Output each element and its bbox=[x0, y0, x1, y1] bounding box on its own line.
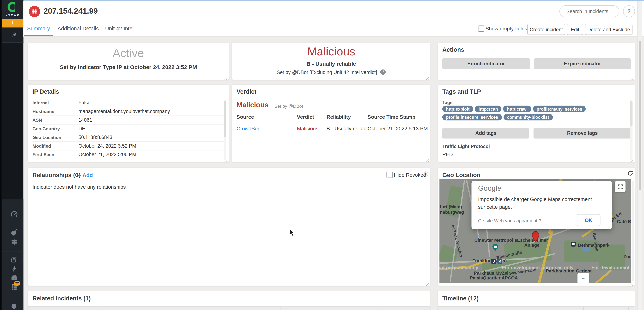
sidebar: XSOAR ! bbox=[2, 0, 23, 310]
bomb-icon[interactable] bbox=[11, 229, 18, 238]
google-map[interactable]: furt (Main) neburgweg Im Trutz Frankfurt… bbox=[440, 179, 631, 283]
tlp-value: RED bbox=[442, 152, 453, 157]
pin-icon bbox=[11, 32, 17, 40]
ubahn-badge: U bbox=[491, 259, 496, 264]
sidebar-alert-tab[interactable]: ! bbox=[2, 19, 23, 28]
map-label: Zoo bbox=[624, 254, 631, 259]
timeline-card: Timeline (12) bbox=[438, 291, 635, 310]
tab-unit42-intel[interactable]: Unit 42 Intel bbox=[105, 26, 134, 32]
sidebar-logo-block[interactable]: XSOAR bbox=[2, 0, 23, 19]
location-pin-icon bbox=[532, 231, 539, 244]
question-mark-icon: ? bbox=[628, 8, 631, 14]
verdict-help-icon[interactable]: ? bbox=[380, 70, 386, 75]
edit-button[interactable]: Edit bbox=[567, 24, 583, 35]
remove-tags-button[interactable]: Remove tags bbox=[534, 128, 631, 138]
related-incidents-card: Related Incidents (1) bbox=[28, 291, 430, 310]
tag-pill: profile:insecure_services bbox=[442, 114, 502, 120]
show-empty-fields-label: Show empty fields bbox=[486, 26, 527, 32]
page-title: 207.154.241.99 bbox=[44, 7, 98, 16]
verdict-panel-value: Malicious bbox=[236, 101, 268, 109]
tags-tlp-card: Tags and TLP Tags http:exploit http:scan… bbox=[438, 85, 635, 162]
tab-additional-details[interactable]: Additional Details bbox=[58, 26, 99, 32]
map-fullscreen-button[interactable] bbox=[615, 181, 626, 192]
signpost-icon[interactable] bbox=[11, 239, 18, 247]
indicator-type-icon bbox=[29, 6, 40, 17]
tag-pill: profile:many_services bbox=[533, 106, 586, 112]
verdict-summary-card: Malicious B - Usually reliable Set by @D… bbox=[232, 43, 430, 80]
resize-handle[interactable] bbox=[630, 281, 634, 284]
relationships-settings-gear-icon[interactable] bbox=[423, 171, 429, 179]
globe-icon bbox=[31, 8, 38, 15]
alert-exclamation-icon: ! bbox=[12, 20, 14, 27]
tag-pill: community-blocklist bbox=[504, 114, 553, 120]
table-header-underline bbox=[236, 122, 426, 122]
dialog-ok-button[interactable]: OK bbox=[577, 214, 600, 226]
hide-revoked-checkbox[interactable] bbox=[386, 172, 392, 178]
resize-handle[interactable] bbox=[224, 157, 228, 161]
xsoar-logo-text: XSOAR bbox=[2, 14, 23, 17]
metro-badge: M bbox=[498, 259, 502, 264]
enrich-indicator-button[interactable]: Enrich indicator bbox=[442, 58, 530, 69]
expire-indicator-button[interactable]: Expire indicator bbox=[534, 58, 631, 69]
verdict-panel-card: Verdict Malicious Set by @DBot Source Ve… bbox=[232, 85, 430, 162]
google-maps-error-dialog: Google Impossible de charger Google Maps… bbox=[472, 181, 612, 229]
train-station-badge bbox=[571, 242, 576, 247]
resize-handle[interactable] bbox=[630, 75, 634, 78]
tabs-row: Summary Additional Details Unit 42 Intel… bbox=[23, 21, 644, 37]
verdict-panel-setby: Set by @DBot bbox=[274, 104, 303, 109]
tags-list: http:exploit http:scan http:crawl profil… bbox=[442, 106, 632, 120]
map-label: CineStar Metropolis bbox=[474, 238, 517, 243]
refresh-icon[interactable] bbox=[627, 170, 633, 178]
page-header: 207.154.241.99 ? bbox=[23, 1, 644, 21]
add-tags-button[interactable]: Add tags bbox=[442, 128, 530, 138]
map-label: PalaisQuartier APCOA bbox=[470, 275, 518, 280]
relationships-card: Relationships (0) + Add Hide Revoked Ind… bbox=[28, 168, 430, 286]
page-scrollbar-thumb[interactable] bbox=[639, 41, 641, 190]
card-scrollbar-track[interactable] bbox=[632, 181, 634, 281]
create-incident-button[interactable]: Create incident bbox=[528, 24, 565, 35]
tag-pill: http:exploit bbox=[442, 106, 473, 112]
sidebar-pin-block[interactable] bbox=[2, 28, 23, 43]
marketplace-badge: 22 bbox=[14, 281, 20, 286]
verdict-panel-title: Verdict bbox=[236, 88, 256, 95]
help-button[interactable]: ? bbox=[623, 5, 635, 17]
delete-and-exclude-button[interactable]: Delete and Exclude bbox=[585, 24, 632, 35]
row-timestamp: October 21, 2022 5:13 PM bbox=[368, 126, 428, 131]
tags-tlp-title: Tags and TLP bbox=[442, 88, 481, 95]
hide-revoked-label: Hide Revoked bbox=[394, 172, 426, 178]
geo-location-card: Geo Location bbox=[438, 168, 635, 286]
page-scrollbar-track[interactable] bbox=[638, 1, 642, 310]
map-label: Café Bu bbox=[617, 219, 631, 224]
tab-summary[interactable]: Summary bbox=[27, 26, 50, 32]
dashboard-gauge-icon[interactable] bbox=[11, 211, 18, 219]
card-scrollbar-track[interactable] bbox=[224, 100, 226, 160]
lightning-icon[interactable] bbox=[11, 265, 18, 274]
actions-card: Actions Enrich indicator Expire indicato… bbox=[438, 43, 635, 80]
resize-handle[interactable] bbox=[630, 157, 634, 161]
resize-handle[interactable] bbox=[224, 75, 228, 78]
tag-pill: http:crawl bbox=[503, 106, 531, 112]
show-empty-fields-checkbox[interactable] bbox=[478, 26, 484, 32]
map-zoom-out-button[interactable]: − bbox=[578, 273, 589, 283]
settings-partial-icon[interactable] bbox=[11, 303, 17, 310]
card-scrollbar-track[interactable] bbox=[630, 100, 632, 160]
status-value: Active bbox=[28, 47, 229, 60]
mouse-cursor bbox=[289, 228, 295, 239]
tlp-label: Traffic Light Protocol bbox=[442, 144, 490, 149]
source-link[interactable]: CrowdSec bbox=[236, 126, 260, 131]
search-input[interactable] bbox=[560, 5, 619, 17]
relationships-add-link[interactable]: + Add bbox=[78, 172, 93, 178]
screenshot-viewport: XSOAR ! bbox=[0, 0, 644, 310]
book-icon[interactable] bbox=[11, 256, 18, 265]
timeline-title: Timeline (12) bbox=[442, 295, 479, 302]
resize-handle[interactable] bbox=[426, 75, 429, 78]
map-label: furt (Main) bbox=[440, 204, 462, 209]
resize-handle[interactable] bbox=[426, 281, 429, 284]
dialog-message: Impossible de charger Google Maps correc… bbox=[478, 196, 600, 212]
col-reliability: Reliability bbox=[326, 114, 351, 120]
cinema-marker-icon bbox=[492, 243, 499, 253]
xsoar-logo-icon bbox=[7, 2, 18, 14]
resize-handle[interactable] bbox=[426, 157, 429, 161]
status-subtitle: Set by Indicator Type IP at October 24, … bbox=[28, 64, 229, 70]
tags-label: Tags bbox=[442, 100, 453, 105]
